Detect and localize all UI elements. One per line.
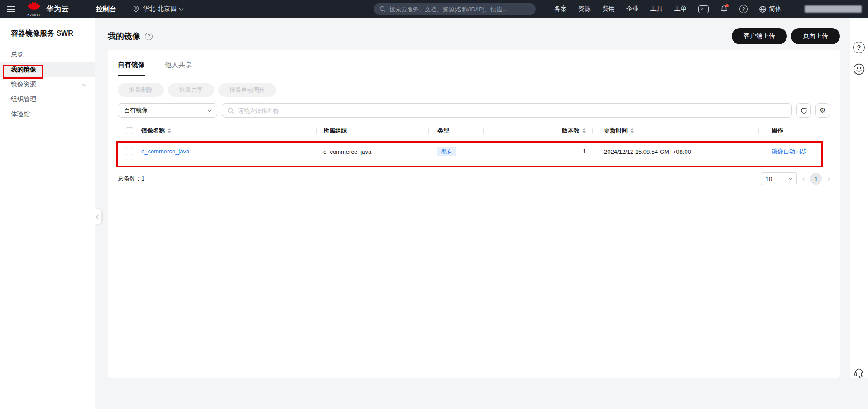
auto-sync-action-link[interactable]: 镜像自动同步 — [772, 148, 807, 155]
organization-cell: e_commerce_java — [323, 148, 371, 155]
location-pin-icon — [133, 5, 139, 13]
sidebar-item-my-images[interactable]: 我的镜像 — [0, 62, 95, 77]
chevron-down-icon — [208, 108, 211, 111]
global-search-input[interactable] — [389, 6, 530, 13]
refresh-button[interactable] — [796, 103, 811, 118]
tab-own-images[interactable]: 自有镜像 — [118, 61, 145, 76]
search-icon — [227, 107, 234, 114]
sidebar-item-image-resources[interactable]: 镜像资源 — [0, 77, 95, 92]
global-search[interactable] — [374, 3, 536, 15]
tab-shared-images[interactable]: 他人共享 — [165, 61, 192, 76]
huawei-petals-icon — [26, 2, 42, 13]
versions-cell: 1 — [583, 148, 586, 155]
select-value: 自有镜像 — [124, 106, 148, 114]
sort-icon[interactable] — [630, 128, 634, 133]
brand-name[interactable]: 华为云 — [46, 5, 69, 14]
sidebar-item-overview[interactable]: 总览 — [0, 47, 95, 62]
menu-item-enterprise[interactable]: 企业 — [626, 5, 639, 13]
sidebar-item-experience[interactable]: 体验馆 — [0, 107, 95, 122]
globe-icon — [759, 5, 767, 13]
total-count-value: 1 — [141, 175, 144, 182]
sidebar-item-label: 我的镜像 — [11, 66, 36, 74]
menu-item-billing[interactable]: 费用 — [602, 5, 615, 13]
filter-row: 自有镜像 ⚙ — [118, 103, 830, 118]
table-footer: 总条数：1 10 ‹ 1 › — [118, 172, 830, 185]
huawei-logo: HUAWEI — [26, 2, 42, 16]
sidebar-item-label: 组织管理 — [11, 95, 36, 104]
page-title: 我的镜像 — [108, 31, 140, 42]
prev-page-chevron[interactable]: ‹ — [802, 174, 805, 183]
row-checkbox[interactable] — [126, 148, 133, 155]
header-organization: 所属组织 — [323, 127, 347, 135]
notifications-bell-icon[interactable] — [720, 5, 728, 13]
sort-icon[interactable] — [168, 128, 171, 133]
sort-icon[interactable] — [582, 128, 586, 133]
column-settings-button[interactable]: ⚙ — [815, 103, 830, 118]
chevron-down-icon — [82, 81, 87, 86]
image-search[interactable] — [222, 103, 792, 118]
client-upload-button[interactable]: 客户端上传 — [732, 28, 787, 44]
menu-item-tools[interactable]: 工具 — [650, 5, 663, 13]
rail-help-icon[interactable]: ? — [853, 42, 865, 53]
topbar-right-menu: 备案 资源 费用 企业 工具 工单 >_ ? 简体 — [554, 0, 862, 18]
service-title: 容器镜像服务 SWR — [0, 18, 95, 47]
image-tabs: 自有镜像 他人共享 — [108, 50, 840, 76]
chevron-down-icon — [788, 176, 792, 180]
cloud-shell-icon[interactable]: >_ — [698, 5, 709, 13]
support-headset-icon[interactable] — [854, 367, 864, 380]
menu-item-beian[interactable]: 备案 — [554, 5, 567, 13]
page-help-icon[interactable]: ? — [145, 33, 153, 40]
batch-delete-button[interactable]: 批量删除 — [118, 83, 164, 97]
page-upload-button[interactable]: 页面上传 — [791, 28, 840, 44]
main-content: 我的镜像 ? 客户端上传 页面上传 自有镜像 他人共享 批量删除 批量共享 批量… — [95, 18, 850, 409]
image-search-input[interactable] — [238, 107, 786, 114]
header-type: 类型 — [437, 127, 449, 135]
language-switcher[interactable]: 简体 — [759, 5, 782, 13]
pagination: 10 ‹ 1 › — [761, 172, 830, 185]
right-utility-rail: ? — [850, 18, 868, 378]
batch-auto-sync-button[interactable]: 批量自动同步 — [218, 83, 276, 97]
total-count-label: 总条数： — [118, 175, 141, 182]
topbar: HUAWEI 华为云 控制台 华北-北京四 备案 资源 费用 企业 工具 工单 … — [0, 0, 868, 18]
region-selector[interactable]: 华北-北京四 — [133, 5, 183, 13]
menu-item-resources[interactable]: 资源 — [578, 5, 591, 13]
topbar-divider — [83, 5, 83, 13]
language-label: 简体 — [769, 5, 782, 13]
header-versions: 版本数 — [562, 127, 580, 135]
account-redacted[interactable] — [805, 5, 862, 13]
table-row: e_commerce_java e_commerce_java 私有 1 202… — [118, 138, 830, 165]
image-type-select[interactable]: 自有镜像 — [118, 103, 217, 118]
region-label: 华北-北京四 — [143, 5, 177, 13]
table-header: 镜像名称 所属组织 类型 版本数 更新时间 操作 — [118, 124, 830, 138]
current-page-button[interactable]: 1 — [810, 173, 822, 185]
next-page-chevron[interactable]: › — [827, 174, 830, 183]
page-size-value: 10 — [766, 176, 772, 182]
chevron-left-icon — [96, 214, 101, 219]
topbar-divider — [793, 5, 793, 13]
image-name-link[interactable]: e_commerce_java — [141, 148, 189, 155]
sidebar-item-label: 总览 — [11, 51, 24, 59]
type-badge: 私有 — [437, 147, 456, 156]
sidebar-item-label: 镜像资源 — [11, 81, 36, 89]
select-all-checkbox[interactable] — [126, 127, 133, 134]
sidebar: 容器镜像服务 SWR 总览 我的镜像 镜像资源 组织管理 体验馆 — [0, 18, 95, 409]
batch-actions: 批量删除 批量共享 批量自动同步 — [118, 83, 830, 97]
search-icon — [379, 6, 386, 12]
batch-share-button[interactable]: 批量共享 — [168, 83, 214, 97]
page-size-select[interactable]: 10 — [761, 172, 797, 185]
feedback-smiley-icon[interactable] — [853, 63, 865, 75]
help-icon[interactable]: ? — [739, 5, 748, 13]
images-table: 镜像名称 所属组织 类型 版本数 更新时间 操作 — [118, 124, 830, 165]
chevron-down-icon — [179, 6, 183, 11]
hamburger-menu-icon[interactable] — [7, 4, 15, 14]
updated-cell: 2024/12/12 15:08:54 GMT+08:00 — [604, 148, 691, 155]
menu-item-tickets[interactable]: 工单 — [674, 5, 687, 13]
huawei-logo-text: HUAWEI — [28, 14, 41, 16]
refresh-icon — [800, 107, 808, 114]
header-operation: 操作 — [772, 127, 783, 135]
sidebar-item-organization[interactable]: 组织管理 — [0, 92, 95, 107]
gear-icon: ⚙ — [820, 106, 825, 114]
console-link[interactable]: 控制台 — [96, 5, 116, 14]
header-updated: 更新时间 — [604, 127, 628, 135]
sidebar-item-label: 体验馆 — [11, 110, 30, 119]
